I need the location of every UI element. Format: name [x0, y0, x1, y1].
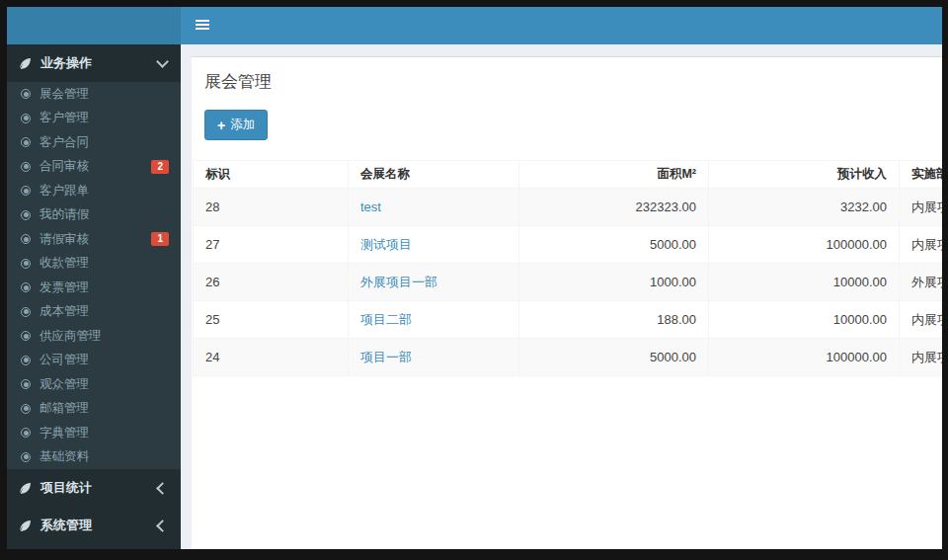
page-title: 展会管理 [192, 57, 942, 93]
cell-revenue: 10000.00 [709, 301, 900, 339]
chevron-left-icon [156, 482, 169, 495]
chevron-left-icon [156, 520, 169, 532]
exhibition-link[interactable]: 外展项目一部 [360, 275, 437, 289]
exhibition-link[interactable]: 项目一部 [360, 350, 412, 364]
sidebar-section-label: 项目统计 [40, 479, 158, 497]
cell-revenue: 100000.00 [709, 339, 900, 376]
circle-icon [21, 428, 31, 438]
cell-dept: 内展项目 [900, 301, 943, 339]
sidebar-section-label: 系统管理 [40, 517, 158, 534]
sidebar-item-cost-mgmt[interactable]: 成本管理 [7, 300, 181, 325]
add-button-label: 添加 [230, 117, 255, 133]
count-badge: 1 [151, 232, 169, 246]
sidebar-item-customer-mgmt[interactable]: 客户管理 [7, 107, 181, 131]
sidebar-section-system-mgmt[interactable]: 系统管理 [7, 507, 181, 544]
exhibition-link[interactable]: test [360, 200, 381, 214]
col-header-name: 会展名称 [349, 161, 519, 189]
circle-icon [21, 452, 31, 462]
table-header-row: 标识 会展名称 面积M² 预计收入 实施部门 [194, 161, 943, 189]
sidebar-item-payment-mgmt[interactable]: 收款管理 [7, 252, 181, 277]
table-row: 25 项目二部 188.00 10000.00 内展项目 [194, 301, 943, 339]
circle-icon [21, 210, 31, 220]
sidebar-section-business-ops[interactable]: 业务操作 [7, 44, 181, 82]
exhibition-table: 标识 会展名称 面积M² 预计收入 实施部门 28 test 232323.00… [193, 160, 942, 376]
circle-icon [21, 162, 31, 172]
cell-area: 1000.00 [519, 264, 709, 301]
sidebar-item-customer-followup[interactable]: 客户跟单 [7, 179, 181, 203]
col-header-id: 标识 [194, 161, 349, 189]
plus-icon: + [217, 119, 225, 132]
table-row: 28 test 232323.00 3232.00 内展项目 [194, 189, 943, 226]
circle-icon [21, 234, 31, 244]
sidebar-item-leave-review[interactable]: 请假审核1 [7, 227, 181, 252]
table-row: 26 外展项目一部 1000.00 10000.00 外展项目 [194, 264, 943, 301]
table-row: 24 项目一部 5000.00 100000.00 内展项目 [194, 339, 943, 376]
cell-dept: 内展项目 [900, 339, 943, 376]
cell-area: 188.00 [519, 301, 709, 339]
exhibition-link[interactable]: 项目二部 [360, 312, 412, 327]
app-window: 业务操作 展会管理 客户管理 客户合同 合同审核2 客户跟单 我的请假 请假审核… [7, 7, 942, 549]
sidebar: 业务操作 展会管理 客户管理 客户合同 合同审核2 客户跟单 我的请假 请假审核… [7, 44, 181, 549]
circle-icon [21, 356, 31, 365]
sidebar-item-basic-data[interactable]: 基础资料 [7, 445, 181, 470]
content-box: 展会管理 + 添加 标识 会展名称 面积M² 预计收入 实施部门 [192, 56, 942, 549]
navbar [181, 7, 942, 44]
circle-icon [21, 114, 31, 123]
cell-revenue: 3232.00 [709, 189, 900, 226]
cell-dept: 外展项目 [900, 264, 943, 301]
circle-icon [21, 137, 31, 147]
sidebar-section-project-stats[interactable]: 项目统计 [7, 469, 181, 507]
circle-icon [21, 307, 31, 317]
sidebar-toggle-menu-icon[interactable] [196, 20, 209, 22]
leaf-icon [19, 482, 32, 495]
cell-id: 26 [194, 264, 349, 301]
circle-icon [21, 259, 31, 269]
circle-icon [21, 404, 31, 414]
col-header-revenue: 预计收入 [709, 161, 900, 189]
sidebar-item-exhibition-mgmt[interactable]: 展会管理 [7, 82, 181, 107]
col-header-dept: 实施部门 [900, 161, 943, 189]
cell-dept: 内展项目 [900, 226, 943, 264]
circle-icon [21, 379, 31, 389]
cell-revenue: 10000.00 [709, 264, 900, 301]
sidebar-item-supplier-mgmt[interactable]: 供应商管理 [7, 324, 181, 349]
exhibition-link[interactable]: 测试项目 [360, 237, 412, 252]
leaf-icon [19, 57, 32, 70]
cell-dept: 内展项目 [900, 189, 943, 226]
cell-revenue: 100000.00 [709, 226, 900, 264]
chevron-down-icon [156, 55, 169, 68]
top-bar [7, 7, 942, 44]
sidebar-item-invoice-mgmt[interactable]: 发票管理 [7, 276, 181, 300]
sidebar-item-dictionary-mgmt[interactable]: 字典管理 [7, 421, 181, 445]
table-row: 27 测试项目 5000.00 100000.00 内展项目 [194, 226, 943, 264]
sidebar-section-label: 业务操作 [40, 54, 158, 72]
sidebar-item-audience-mgmt[interactable]: 观众管理 [7, 372, 181, 397]
circle-icon [21, 186, 31, 196]
circle-icon [21, 331, 31, 341]
circle-icon [21, 282, 31, 292]
cell-area: 5000.00 [519, 339, 709, 376]
sidebar-item-mailbox-mgmt[interactable]: 邮箱管理 [7, 397, 181, 422]
count-badge: 2 [151, 160, 169, 174]
main-content: 展会管理 + 添加 标识 会展名称 面积M² 预计收入 实施部门 [181, 44, 942, 549]
circle-icon [21, 89, 31, 99]
sidebar-item-company-mgmt[interactable]: 公司管理 [7, 349, 181, 373]
cell-area: 232323.00 [519, 189, 709, 226]
add-button[interactable]: + 添加 [204, 110, 268, 140]
sidebar-submenu: 展会管理 客户管理 客户合同 合同审核2 客户跟单 我的请假 请假审核1 收款管… [7, 82, 181, 469]
sidebar-item-contract-review[interactable]: 合同审核2 [7, 155, 181, 180]
cell-id: 25 [194, 301, 349, 339]
cell-id: 28 [194, 189, 349, 226]
sidebar-item-my-leave[interactable]: 我的请假 [7, 203, 181, 228]
logo-area [7, 7, 181, 44]
sidebar-item-customer-contract[interactable]: 客户合同 [7, 130, 181, 155]
cell-area: 5000.00 [519, 226, 709, 264]
cell-id: 27 [194, 226, 349, 264]
leaf-icon [19, 520, 32, 532]
col-header-area: 面积M² [519, 161, 709, 189]
cell-id: 24 [194, 339, 349, 376]
